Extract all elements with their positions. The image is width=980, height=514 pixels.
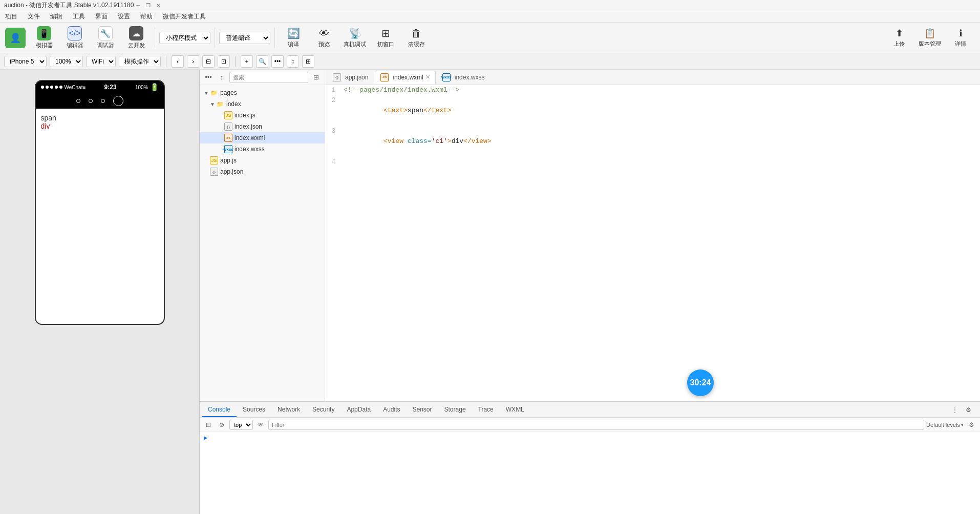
- index-wxml-label: index.wxml: [235, 134, 265, 141]
- dt-block-btn[interactable]: ⊘: [216, 419, 227, 430]
- debugger-button[interactable]: 🔧 调试器: [91, 25, 120, 51]
- devtool-tab-appdata[interactable]: AppData: [340, 403, 377, 417]
- avatar[interactable]: 👤: [5, 28, 26, 48]
- devtool-tab-console[interactable]: Console: [202, 403, 237, 417]
- console-prompt-line: ▶: [204, 434, 976, 441]
- tab-index-wxml-icon: <>: [380, 73, 389, 81]
- upload-button[interactable]: ⬆ 上传: [885, 25, 913, 51]
- simulator-button[interactable]: 📱 模拟器: [30, 25, 58, 51]
- devtool-tab-network[interactable]: Network: [271, 403, 306, 417]
- dt-filter-input[interactable]: [268, 420, 924, 430]
- full-view-button[interactable]: ⊡: [218, 55, 230, 68]
- tree-item-index-wxss[interactable]: wxss index.wxss: [200, 143, 325, 155]
- filetree-search[interactable]: [229, 72, 308, 83]
- filetree-toolbar: ••• ↕ ⊞: [200, 70, 325, 85]
- dt-sidebar-btn[interactable]: ⊟: [203, 419, 214, 430]
- app-json-arrow: [204, 169, 210, 175]
- add-file-button[interactable]: +: [241, 55, 253, 68]
- menubar-item-文件[interactable]: 文件: [25, 11, 43, 22]
- time-badge[interactable]: 30:24: [687, 369, 714, 396]
- app-json-label: app.json: [220, 168, 243, 175]
- battery-status: 100% 🔋: [135, 83, 159, 91]
- menubar-item-微信开发者工具[interactable]: 微信开发者工具: [160, 11, 209, 22]
- filetree-more-btn[interactable]: •••: [203, 72, 214, 83]
- tab-app-json[interactable]: {} app.json: [327, 71, 374, 84]
- close-button[interactable]: ✕: [154, 2, 162, 10]
- tree-item-pages[interactable]: ▼ 📁 pages: [200, 87, 325, 98]
- next-page-button[interactable]: ›: [187, 55, 199, 68]
- device-debug-button[interactable]: 📡 真机调试: [340, 25, 369, 51]
- filetree-filter-btn[interactable]: ⊞: [310, 72, 322, 83]
- search-file-button[interactable]: 🔍: [256, 55, 268, 68]
- devtool-settings-btn[interactable]: ⚙: [963, 404, 974, 416]
- switch-window-button[interactable]: ⊞ 切窗口: [371, 25, 400, 51]
- devtools-toolbar: ⊟ ⊘ top 👁 Default levels ▾ ⚙: [200, 418, 980, 432]
- tree-item-index-json[interactable]: {} index.json: [200, 121, 325, 132]
- filter-button[interactable]: ⊞: [302, 55, 314, 68]
- dt-levels-arrow: ▾: [961, 422, 964, 427]
- menubar-item-界面[interactable]: 界面: [92, 11, 111, 22]
- devtool-tab-wxml[interactable]: WXML: [500, 403, 530, 417]
- index-js-label: index.js: [235, 112, 255, 119]
- tag-view-end: </view>: [463, 137, 492, 145]
- index-wxss-label: index.wxss: [235, 146, 265, 153]
- menubar-item-项目[interactable]: 项目: [2, 11, 20, 22]
- line-content-1: <!--pages/index/index.wxml-->: [344, 85, 975, 95]
- tree-item-app-json[interactable]: {} app.json: [200, 166, 325, 177]
- simulator-icon: 📱: [37, 26, 51, 40]
- tab-index-wxml-close[interactable]: ✕: [425, 74, 430, 80]
- dt-eye-btn[interactable]: 👁: [255, 419, 266, 430]
- mode-select[interactable]: 小程序模式: [159, 32, 210, 44]
- sort-button[interactable]: ↕: [287, 55, 299, 68]
- devtool-tab-storage[interactable]: Storage: [438, 403, 472, 417]
- minimize-button[interactable]: ─: [134, 2, 142, 10]
- menubar-item-编辑[interactable]: 编辑: [47, 11, 66, 22]
- tree-item-index-js[interactable]: JS index.js: [200, 110, 325, 121]
- dt-settings-btn-2[interactable]: ⚙: [966, 419, 977, 430]
- tab-index-wxml[interactable]: <> index.wxml ✕: [375, 71, 435, 84]
- index-folder-icon: 📁: [216, 100, 224, 108]
- line-content-2: <text>span</text>: [344, 95, 975, 126]
- devtool-tab-trace[interactable]: Trace: [472, 403, 500, 417]
- tab-index-wxss[interactable]: wxss index.wxss: [437, 71, 491, 84]
- menubar-item-帮助[interactable]: 帮助: [137, 11, 156, 22]
- devtool-tab-audits[interactable]: Audits: [377, 403, 406, 417]
- compile-select[interactable]: 普通编译: [219, 32, 270, 44]
- version-mgmt-button[interactable]: 📋 版本管理: [915, 25, 944, 51]
- filetree-sort-btn[interactable]: ↕: [216, 72, 227, 83]
- cloud-button[interactable]: ☁ 云开发: [122, 25, 151, 51]
- tree-item-app-js[interactable]: JS app.js: [200, 155, 325, 166]
- device-select[interactable]: iPhone 5 iPhone 6 iPhone X: [4, 56, 47, 67]
- devtool-tab-sensor[interactable]: Sensor: [407, 403, 438, 417]
- index-json-arrow: [218, 124, 224, 130]
- menubar-item-设置[interactable]: 设置: [115, 11, 133, 22]
- line-content-4: [344, 157, 975, 167]
- menubar-item-工具[interactable]: 工具: [70, 11, 88, 22]
- network-select[interactable]: WiFi 4G 3G: [86, 56, 116, 67]
- refresh-button[interactable]: 🔄 编译: [279, 25, 308, 51]
- split-view-button[interactable]: ⊟: [202, 55, 215, 68]
- clear-cache-button[interactable]: 🗑 清缓存: [402, 25, 431, 51]
- dt-levels-select[interactable]: Default levels ▾: [926, 422, 964, 428]
- more-options-button[interactable]: •••: [271, 55, 284, 68]
- devtool-tab-security[interactable]: Security: [306, 403, 340, 417]
- code-text-span: span: [408, 107, 423, 114]
- devtool-tab-sources[interactable]: Sources: [237, 403, 271, 417]
- nav-dot-1: [76, 99, 80, 103]
- devtool-more-btn[interactable]: ⋮: [949, 404, 961, 416]
- editor-button[interactable]: </> 编辑器: [60, 25, 89, 51]
- zoom-select[interactable]: 100% 75% 50%: [50, 56, 83, 67]
- prev-page-button[interactable]: ‹: [172, 55, 184, 68]
- preview-button[interactable]: 👁 预览: [310, 25, 338, 51]
- tree-item-index-wxml[interactable]: <> index.wxml: [200, 132, 325, 143]
- details-button[interactable]: ℹ 详情: [946, 25, 975, 51]
- tab-index-wxss-icon: wxss: [442, 73, 451, 81]
- restore-button[interactable]: ❐: [144, 2, 152, 10]
- dt-context-select[interactable]: top: [229, 420, 253, 430]
- line-content-3: <view class='c1'>div</view>: [344, 126, 975, 157]
- device-sep-1: [166, 56, 166, 67]
- refresh-label: 编译: [288, 40, 299, 48]
- tree-item-index-folder[interactable]: ▼ 📁 index: [200, 98, 325, 110]
- operation-select[interactable]: 模拟操作: [119, 56, 161, 67]
- preview-icon: 👁: [319, 28, 329, 39]
